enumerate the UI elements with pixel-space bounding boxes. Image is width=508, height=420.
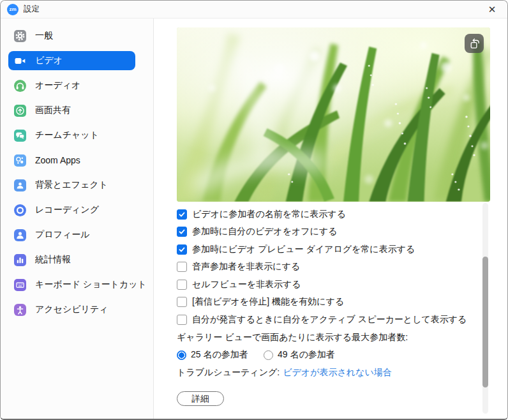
title-bar: zm 設定 ✕ bbox=[1, 1, 507, 19]
checkbox[interactable] bbox=[177, 262, 187, 272]
checkbox[interactable] bbox=[177, 209, 187, 220]
radio-button[interactable] bbox=[264, 350, 273, 360]
troubleshooting-row: トラブルシューティング: ビデオが表示されない場合 bbox=[177, 366, 484, 379]
option-label: 参加時にビデオ プレビュー ダイアログを常に表示する bbox=[192, 244, 415, 255]
option-show-video-preview-dialog: 参加時にビデオ プレビュー ダイアログを常に表示する bbox=[177, 243, 484, 255]
radio-label: 49 名の参加者 bbox=[278, 349, 335, 361]
sidebar-item-label: レコーディング bbox=[35, 204, 99, 216]
zoom-apps-icon bbox=[14, 154, 26, 167]
window-title: 設定 bbox=[24, 4, 40, 15]
option-hide-self-view: セルフビューを非表示する bbox=[177, 278, 484, 290]
radio-25-participants[interactable]: 25 名の参加者 bbox=[177, 349, 264, 361]
option-turn-off-video-on-join: 参加時に自分のビデオをオフにする bbox=[177, 226, 484, 238]
sidebar-item-label: 画面共有 bbox=[35, 105, 71, 116]
radio-49-participants[interactable]: 49 名の参加者 bbox=[264, 349, 335, 361]
gallery-view-label-row: ギャラリー ビューで画面あたりに表示する最大参加者数: bbox=[177, 331, 484, 343]
sidebar-item-team-chat[interactable]: チームチャット bbox=[8, 126, 135, 145]
sidebar-item-label: 背景とエフェクト bbox=[35, 179, 108, 191]
rotate-preview-button[interactable] bbox=[465, 34, 484, 53]
video-settings-panel: ビデオに参加者の名前を常に表示する 参加時に自分のビデオをオフにする 参加時にビ… bbox=[154, 19, 507, 420]
sidebar-item-label: オーディオ bbox=[35, 80, 80, 91]
sidebar-item-statistics[interactable]: 統計情報 bbox=[8, 250, 135, 269]
sidebar-item-label: キーボード ショートカット bbox=[35, 279, 147, 290]
rotate-icon bbox=[468, 38, 481, 50]
sidebar-item-video[interactable]: ビデオ bbox=[8, 51, 135, 70]
sidebar-item-general[interactable]: 一般 bbox=[8, 26, 135, 45]
accessibility-person-icon bbox=[14, 304, 26, 316]
sidebar-item-label: Zoom Apps bbox=[35, 155, 80, 165]
gear-icon bbox=[14, 30, 26, 42]
option-stop-incoming-video: [着信ビデオを停止] 機能を有効にする bbox=[177, 296, 484, 308]
sidebar-item-recording[interactable]: レコーディング bbox=[8, 200, 135, 220]
headphones-icon bbox=[14, 80, 26, 92]
scrollbar-thumb[interactable] bbox=[482, 257, 488, 387]
settings-sidebar: 一般 ビデオ オーディオ 画面共有 チームチャット Zoom Apps bbox=[1, 19, 154, 420]
video-options: ビデオに参加者の名前を常に表示する 参加時に自分のビデオをオフにする 参加時にビ… bbox=[177, 208, 484, 384]
option-hide-non-video-participants: 音声参加者を非表示にする bbox=[177, 261, 484, 273]
sidebar-item-profile[interactable]: プロフィール bbox=[8, 225, 135, 244]
sidebar-item-label: チームチャット bbox=[35, 130, 99, 141]
sidebar-item-label: 一般 bbox=[35, 30, 53, 41]
sidebar-item-label: 統計情報 bbox=[35, 254, 71, 266]
option-label: ビデオに参加者の名前を常に表示する bbox=[192, 209, 346, 220]
settings-window: zm 設定 ✕ 一般 ビデオ オーディオ 画面共有 チ bbox=[0, 0, 508, 420]
option-spotlight-when-speaking: 自分が発言するときに自分をアクティブ スピーカーとして表示する bbox=[177, 314, 484, 326]
zoom-logo-icon: zm bbox=[7, 4, 19, 15]
sidebar-item-zoom-apps[interactable]: Zoom Apps bbox=[8, 151, 135, 170]
option-show-participant-names: ビデオに参加者の名前を常に表示する bbox=[177, 208, 484, 220]
sidebar-item-accessibility[interactable]: アクセシビリティ bbox=[8, 300, 135, 319]
checkbox[interactable] bbox=[177, 244, 187, 255]
scrollbar-track[interactable] bbox=[482, 203, 488, 414]
checkbox[interactable] bbox=[177, 315, 187, 325]
participants-per-screen-radios: 25 名の参加者 49 名の参加者 bbox=[177, 349, 484, 361]
option-label: [着信ビデオを停止] 機能を有効にする bbox=[192, 296, 344, 308]
sidebar-item-screen-share[interactable]: 画面共有 bbox=[8, 101, 135, 120]
checkbox[interactable] bbox=[177, 280, 187, 290]
video-not-showing-link[interactable]: ビデオが表示されない場合 bbox=[283, 367, 392, 379]
sidebar-item-label: プロフィール bbox=[35, 229, 90, 241]
radio-button[interactable] bbox=[177, 350, 186, 360]
option-label: 自分が発言するときに自分をアクティブ スピーカーとして表示する bbox=[192, 314, 467, 326]
advanced-button[interactable]: 詳細 bbox=[177, 391, 224, 406]
profile-person-icon bbox=[14, 229, 26, 241]
sidebar-item-label: アクセシビリティ bbox=[35, 304, 108, 315]
chat-bubbles-icon bbox=[14, 130, 26, 142]
option-label: セルフビューを非表示する bbox=[192, 279, 301, 290]
sidebar-item-keyboard-shortcuts[interactable]: キーボード ショートカット bbox=[8, 275, 135, 294]
record-ring-icon bbox=[14, 204, 26, 216]
grass-preview-image bbox=[177, 27, 490, 202]
video-camera-icon bbox=[14, 55, 26, 67]
keyboard-icon bbox=[14, 279, 26, 291]
person-portrait-icon bbox=[14, 179, 26, 191]
share-up-arrow-icon bbox=[14, 105, 26, 117]
bar-chart-icon bbox=[14, 254, 26, 266]
radio-label: 25 名の参加者 bbox=[191, 349, 248, 361]
option-label: 参加時に自分のビデオをオフにする bbox=[192, 226, 338, 237]
gallery-view-label: ギャラリー ビューで画面あたりに表示する最大参加者数: bbox=[177, 332, 408, 343]
camera-preview bbox=[177, 27, 490, 202]
checkbox[interactable] bbox=[177, 227, 187, 237]
sidebar-item-audio[interactable]: オーディオ bbox=[8, 76, 135, 95]
option-label: 音声参加者を非表示にする bbox=[192, 261, 300, 273]
sidebar-item-label: ビデオ bbox=[35, 55, 63, 66]
checkbox[interactable] bbox=[177, 297, 187, 307]
close-button[interactable]: ✕ bbox=[478, 1, 506, 18]
troubleshooting-label: トラブルシューティング: bbox=[177, 367, 280, 379]
sidebar-item-background-effects[interactable]: 背景とエフェクト bbox=[8, 176, 135, 195]
